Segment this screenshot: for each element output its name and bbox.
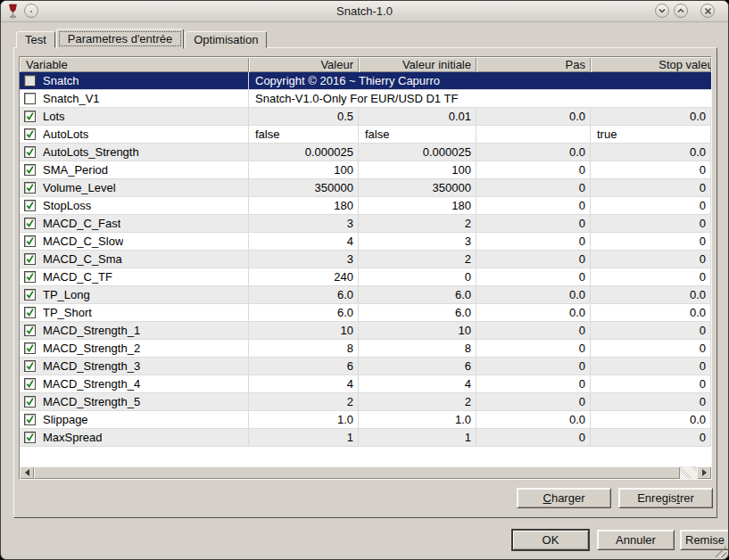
scrollbar-thumb[interactable] (34, 466, 680, 479)
value-cell[interactable]: 2 (359, 251, 476, 268)
value-cell[interactable]: 0 (476, 358, 591, 375)
checkbox-checked-icon[interactable] (24, 235, 36, 247)
scrollbar-track[interactable] (680, 466, 697, 479)
value-cell[interactable]: 6 (249, 358, 359, 375)
value-cell[interactable]: 0 (591, 393, 711, 410)
value-cell[interactable]: 3 (249, 215, 359, 232)
checkbox-checked-icon[interactable] (24, 253, 36, 265)
table-row[interactable]: Snatch_V1Snatch-V1.0-Only For EUR/USD D1… (20, 90, 711, 108)
value-cell[interactable]: 0.0 (591, 108, 711, 125)
value-cell[interactable]: 0 (476, 340, 591, 357)
checkbox-checked-icon[interactable] (24, 432, 36, 443)
checkbox-checked-icon[interactable] (24, 360, 36, 372)
value-cell[interactable]: 0.0 (591, 304, 711, 321)
value-cell[interactable]: 0 (476, 375, 591, 392)
value-cell[interactable]: 100 (359, 161, 476, 178)
checkbox-checked-icon[interactable] (24, 342, 36, 354)
enregistrer-button[interactable]: Enregistrer (618, 488, 713, 508)
value-cell[interactable]: 3 (249, 251, 359, 268)
checkbox-checked-icon[interactable] (24, 164, 36, 176)
value-cell[interactable]: false (359, 126, 476, 143)
value-cell[interactable]: 6 (359, 358, 476, 375)
parameters-table[interactable]: Variable Valeur Valeur initiale Pas Stop… (19, 56, 712, 480)
value-cell[interactable]: 10 (249, 322, 359, 339)
charger-button[interactable]: Charger (517, 488, 611, 508)
checkbox-checked-icon[interactable] (24, 289, 36, 301)
checkbox-checked-icon[interactable] (24, 200, 36, 211)
table-row[interactable]: MACD_C_Fast3200 (20, 215, 711, 233)
table-row[interactable]: MaxSpread1100 (20, 429, 711, 447)
tab-optimisation[interactable]: Optimisation (185, 31, 267, 48)
value-cell[interactable]: 0 (476, 161, 591, 178)
horizontal-scrollbar[interactable] (20, 466, 711, 479)
value-cell[interactable]: 2 (359, 393, 476, 410)
value-cell[interactable]: 0 (591, 322, 711, 339)
checkbox-checked-icon[interactable] (24, 396, 36, 408)
value-cell[interactable]: 0.5 (249, 108, 359, 125)
table-row[interactable]: Volume_Level35000035000000 (20, 179, 711, 197)
value-cell[interactable]: 0 (591, 268, 711, 285)
value-cell[interactable]: 1 (359, 429, 476, 446)
table-row[interactable]: MACD_Strength_28800 (20, 340, 711, 358)
table-row[interactable]: AutoLotsfalsefalsetrue (20, 126, 711, 144)
value-cell[interactable]: 0 (476, 251, 591, 268)
table-row[interactable]: TP_Short6.06.00.00.0 (20, 304, 711, 322)
value-cell[interactable]: 0 (591, 429, 711, 446)
value-cell[interactable]: 0 (476, 322, 591, 339)
value-cell[interactable]: 180 (249, 197, 359, 214)
value-cell[interactable]: 0 (591, 375, 711, 392)
value-cell[interactable]: true (591, 126, 711, 143)
column-header-variable[interactable]: Variable (20, 57, 249, 72)
remise-a-zero-button[interactable]: Remise a zéro (680, 530, 729, 550)
ok-button[interactable]: OK (511, 529, 590, 551)
checkbox-checked-icon[interactable] (24, 307, 36, 318)
tab-parametres-entree[interactable]: Parametres d'entrée (56, 29, 184, 49)
value-cell[interactable]: 0 (476, 215, 591, 232)
value-cell[interactable]: 0.000025 (359, 144, 476, 161)
tab-test[interactable]: Test (16, 31, 55, 48)
value-cell[interactable]: 6.0 (249, 304, 359, 321)
value-cell[interactable]: 0 (476, 233, 591, 250)
value-cell[interactable]: 2 (249, 393, 359, 410)
checkbox-checked-icon[interactable] (24, 271, 36, 283)
value-cell[interactable]: 6.0 (249, 286, 359, 303)
table-row[interactable]: MACD_Strength_52200 (20, 393, 711, 411)
value-cell[interactable]: 0.0 (591, 286, 711, 303)
value-cell[interactable]: 0 (591, 215, 711, 232)
value-cell[interactable]: 180 (359, 197, 476, 214)
value-cell[interactable]: 0 (476, 197, 591, 214)
value-cell[interactable]: 0 (476, 179, 591, 196)
checkbox-checked-icon[interactable] (24, 146, 36, 158)
table-row[interactable]: MACD_C_TF240000 (20, 268, 711, 286)
titlebar[interactable]: Snatch-1.0 (1, 1, 728, 22)
value-cell[interactable]: 0 (591, 179, 711, 196)
column-header-valeur-initiale[interactable]: Valeur initiale (359, 57, 476, 72)
value-cell[interactable]: 0 (591, 340, 711, 357)
value-cell[interactable]: 0 (476, 393, 591, 410)
value-cell[interactable]: 0.0 (591, 411, 711, 428)
value-cell[interactable]: 4 (249, 375, 359, 392)
value-cell[interactable]: 4 (249, 233, 359, 250)
value-cell[interactable]: 0.0 (476, 144, 591, 161)
table-row[interactable]: MACD_Strength_36600 (20, 358, 711, 375)
value-cell[interactable]: 3 (359, 233, 476, 250)
value-cell[interactable]: 8 (249, 340, 359, 357)
value-cell[interactable]: 1.0 (249, 411, 359, 428)
table-row[interactable]: AutoLots_Strength0.0000250.0000250.00.0 (20, 144, 711, 161)
column-header-stop-valeur[interactable]: Stop valeur (591, 57, 711, 72)
table-row[interactable]: SnatchCopyright © 2016 ~ Thierry Capurro (20, 72, 711, 90)
value-cell[interactable]: 350000 (249, 179, 359, 196)
column-header-valeur[interactable]: Valeur (249, 57, 359, 72)
value-cell[interactable]: 0.0 (476, 411, 591, 428)
annuler-button[interactable]: Annuler (597, 530, 675, 550)
checkbox-checked-icon[interactable] (24, 111, 36, 122)
checkbox-checked-icon[interactable] (24, 182, 36, 194)
column-header-pas[interactable]: Pas (476, 57, 591, 72)
value-cell[interactable] (476, 126, 591, 143)
value-cell[interactable]: 0.0 (476, 286, 591, 303)
chevron-up-icon[interactable] (674, 4, 688, 18)
checkbox-unchecked-icon[interactable] (24, 75, 36, 86)
checkbox-checked-icon[interactable] (24, 128, 36, 140)
table-row[interactable]: Lots0.50.010.00.0 (20, 108, 711, 126)
value-cell[interactable]: 240 (249, 268, 359, 285)
